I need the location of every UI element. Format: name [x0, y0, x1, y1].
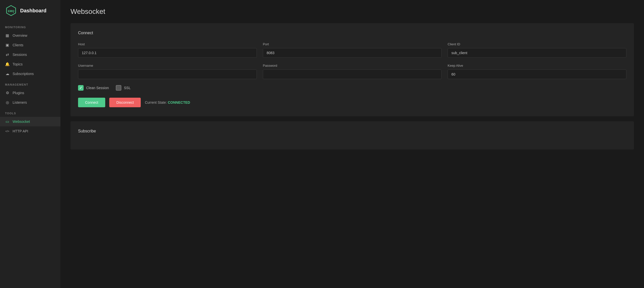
- connect-card-title: Connect: [78, 31, 626, 35]
- plugins-label: Plugins: [13, 91, 24, 95]
- sidebar-item-sessions[interactable]: ⇄ Sessions: [0, 50, 60, 59]
- tools-section: TOOLS ▭ Websocket </> HTTP API: [0, 107, 60, 136]
- http-api-icon: </>: [5, 129, 10, 133]
- management-label: MANAGEMENT: [0, 79, 60, 88]
- dashboard-title: Dashboard: [20, 8, 46, 14]
- ssl-label: SSL: [124, 86, 130, 90]
- status-value: CONNECTED: [168, 100, 190, 104]
- ssl-box[interactable]: ✓: [116, 85, 121, 91]
- current-state-label: Current State:: [145, 100, 167, 104]
- clean-session-checkbox[interactable]: ✓ Clean Session: [78, 85, 109, 91]
- monitoring-label: MONITORING: [0, 21, 60, 31]
- clean-session-label: Clean Session: [86, 86, 109, 90]
- clients-label: Clients: [13, 43, 23, 47]
- subscribe-card: Subscribe: [70, 121, 634, 150]
- clients-icon: ▣: [5, 43, 10, 47]
- client-id-group: Client ID: [448, 42, 626, 58]
- subscribe-card-title: Subscribe: [78, 129, 626, 133]
- host-label: Host: [78, 42, 257, 46]
- monitoring-section: MONITORING ▦ Overview ▣ Clients ⇄ Sessio…: [0, 21, 60, 79]
- topics-icon: 🔔: [5, 62, 10, 66]
- sidebar: EMQ Dashboard MONITORING ▦ Overview ▣ Cl…: [0, 0, 60, 288]
- page-title: Websocket: [70, 8, 634, 16]
- listeners-label: Listeners: [13, 100, 27, 104]
- keep-alive-label: Keep Alive: [448, 64, 626, 67]
- port-group: Port: [263, 42, 442, 58]
- connect-button[interactable]: Connect: [78, 98, 105, 107]
- password-input[interactable]: [263, 69, 442, 79]
- buttons-row: Connect Disconnect Current State: CONNEC…: [78, 98, 626, 107]
- clean-session-box[interactable]: ✓: [78, 85, 84, 91]
- checkmark-icon: ✓: [79, 86, 82, 90]
- sidebar-item-listeners[interactable]: ◎ Listeners: [0, 98, 60, 107]
- http-api-label: HTTP API: [13, 129, 28, 133]
- password-group: Password: [263, 64, 442, 79]
- keep-alive-group: Keep Alive: [448, 64, 626, 79]
- status-label: Current State: CONNECTED: [145, 100, 190, 104]
- listeners-icon: ◎: [5, 100, 10, 105]
- sidebar-item-websocket[interactable]: ▭ Websocket: [0, 117, 60, 126]
- host-group: Host: [78, 42, 257, 58]
- overview-icon: ▦: [5, 33, 10, 38]
- subscriptions-label: Subscriptions: [13, 72, 34, 76]
- websocket-label: Websocket: [13, 120, 30, 124]
- sessions-icon: ⇄: [5, 52, 10, 57]
- connect-row-1: Host Port Client ID: [78, 42, 626, 58]
- logo-area: EMQ Dashboard: [0, 0, 60, 21]
- checkbox-row: ✓ Clean Session ✓ SSL: [78, 85, 626, 91]
- connect-row-2: Username Password Keep Alive: [78, 64, 626, 79]
- ssl-checkbox[interactable]: ✓ SSL: [116, 85, 130, 91]
- sidebar-item-subscriptions[interactable]: ☁ Subscriptions: [0, 69, 60, 79]
- topics-label: Topics: [13, 62, 23, 66]
- websocket-icon: ▭: [5, 119, 10, 124]
- emq-logo-icon: EMQ: [5, 5, 17, 17]
- username-group: Username: [78, 64, 257, 79]
- port-input[interactable]: [263, 48, 442, 58]
- connect-card: Connect Host Port Client ID Username: [70, 23, 634, 116]
- main-content: Websocket Connect Host Port Client ID Us…: [60, 0, 644, 288]
- svg-text:EMQ: EMQ: [8, 10, 14, 13]
- username-label: Username: [78, 64, 257, 67]
- tools-label: TOOLS: [0, 107, 60, 117]
- overview-label: Overview: [13, 33, 27, 38]
- password-label: Password: [263, 64, 442, 67]
- sidebar-item-plugins[interactable]: ⚙ Plugins: [0, 88, 60, 98]
- sidebar-item-overview[interactable]: ▦ Overview: [0, 31, 60, 40]
- sessions-label: Sessions: [13, 53, 27, 57]
- plugins-icon: ⚙: [5, 91, 10, 95]
- sidebar-item-clients[interactable]: ▣ Clients: [0, 40, 60, 50]
- client-id-input[interactable]: [448, 48, 626, 58]
- sidebar-item-topics[interactable]: 🔔 Topics: [0, 59, 60, 69]
- username-input[interactable]: [78, 69, 257, 79]
- disconnect-button[interactable]: Disconnect: [109, 98, 141, 107]
- port-label: Port: [263, 42, 442, 46]
- client-id-label: Client ID: [448, 42, 626, 46]
- subscriptions-icon: ☁: [5, 71, 10, 76]
- host-input[interactable]: [78, 48, 257, 58]
- keep-alive-input[interactable]: [448, 69, 626, 79]
- management-section: MANAGEMENT ⚙ Plugins ◎ Listeners: [0, 79, 60, 107]
- sidebar-item-http-api[interactable]: </> HTTP API: [0, 126, 60, 136]
